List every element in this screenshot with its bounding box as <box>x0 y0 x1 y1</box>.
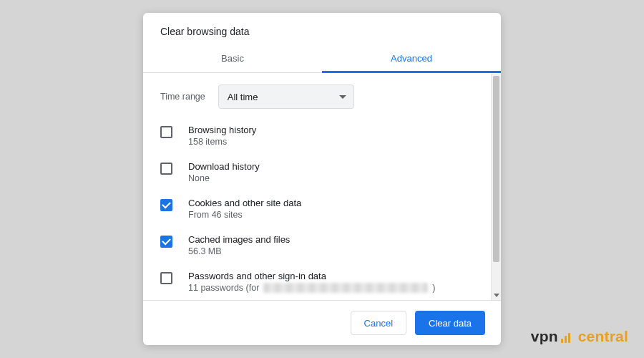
dialog-body: Time range All time Browsing history 158… <box>143 73 501 300</box>
item-title: Download history <box>188 161 484 172</box>
dialog-title: Clear browsing data <box>143 13 501 46</box>
wifi-icon <box>561 330 574 343</box>
list-item: Browsing history 158 items <box>160 125 484 147</box>
watermark-text-1: vpn <box>531 328 558 345</box>
scroll-content: Time range All time Browsing history 158… <box>143 73 491 300</box>
dialog-footer: Cancel Clear data <box>143 300 501 345</box>
item-title: Cached images and files <box>188 234 484 245</box>
tab-advanced[interactable]: Advanced <box>322 46 501 72</box>
chevron-down-icon <box>494 294 499 297</box>
tab-bar: Basic Advanced <box>143 46 501 73</box>
clear-browsing-data-dialog: Clear browsing data Basic Advanced Time … <box>143 13 501 345</box>
time-range-value: All time <box>228 92 258 102</box>
item-subtitle: None <box>188 173 484 183</box>
list-item: Passwords and other sign-in data 11 pass… <box>160 271 484 293</box>
checkbox-cookies[interactable] <box>160 199 172 211</box>
list-item: Download history None <box>160 161 484 183</box>
clear-data-button[interactable]: Clear data <box>415 311 485 335</box>
watermark-text-2: central <box>578 328 628 345</box>
item-title: Passwords and other sign-in data <box>188 271 484 281</box>
scrollbar-down-arrow[interactable] <box>492 290 501 300</box>
time-range-row: Time range All time <box>160 84 484 109</box>
list-item: Cookies and other site data From 46 site… <box>160 198 484 220</box>
watermark-logo: vpn central <box>531 328 628 345</box>
checkbox-cached-images[interactable] <box>160 236 172 248</box>
scrollbar-thumb[interactable] <box>493 76 499 262</box>
item-subtitle: 158 items <box>188 137 484 147</box>
item-subtitle: From 46 sites <box>188 210 484 220</box>
dropdown-caret-icon <box>339 95 346 99</box>
cancel-button[interactable]: Cancel <box>351 311 406 335</box>
item-subtitle-suffix: ) <box>432 283 435 293</box>
tab-basic[interactable]: Basic <box>143 46 322 72</box>
checkbox-browsing-history[interactable] <box>160 126 172 138</box>
list-item: Cached images and files 56.3 MB <box>160 234 484 256</box>
redacted-text <box>263 283 428 293</box>
item-title: Browsing history <box>188 125 484 135</box>
item-subtitle: 11 passwords (for ) <box>188 283 484 293</box>
item-subtitle: 56.3 MB <box>188 246 484 256</box>
checkbox-passwords[interactable] <box>160 272 172 284</box>
time-range-label: Time range <box>160 92 205 102</box>
time-range-select[interactable]: All time <box>218 84 354 109</box>
item-title: Cookies and other site data <box>188 198 484 208</box>
checkbox-download-history[interactable] <box>160 163 172 175</box>
scrollbar-track[interactable] <box>491 73 501 300</box>
item-subtitle-prefix: 11 passwords (for <box>188 283 259 293</box>
